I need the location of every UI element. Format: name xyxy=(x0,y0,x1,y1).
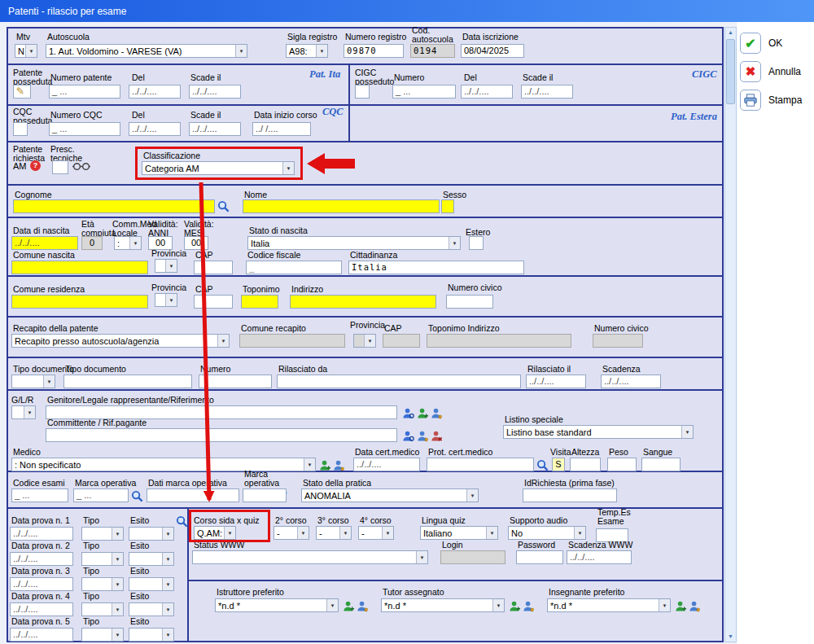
tipo-documento-select[interactable]: ▼ xyxy=(11,375,55,388)
codice-fiscale-field[interactable]: _ xyxy=(246,261,342,274)
data-nascita-field[interactable]: ../../.... xyxy=(11,236,78,250)
cqc-scade-field[interactable]: ../../.... xyxy=(189,122,241,136)
id-richiesta-field[interactable] xyxy=(523,488,617,502)
cittadinanza-field[interactable]: Italia xyxy=(348,261,524,274)
altezza-field[interactable] xyxy=(570,458,601,471)
search-icon[interactable] xyxy=(217,200,230,212)
cqc-del-field[interactable]: ../../.... xyxy=(129,122,181,136)
tipo-documento2-field[interactable] xyxy=(63,375,192,388)
search-icon[interactable] xyxy=(131,490,143,502)
scrollbar-down-icon[interactable]: ▼ xyxy=(725,632,736,642)
data-inizio-corso-field[interactable]: ../ /.... xyxy=(252,122,311,136)
edit-person-icon[interactable] xyxy=(333,459,345,471)
indirizzo-field[interactable] xyxy=(290,295,436,309)
listino-speciale-select[interactable]: Listino base standard▼ xyxy=(503,425,694,439)
esito-2-select[interactable]: ▼ xyxy=(129,552,174,566)
data-prova-1-field[interactable]: ../../.... xyxy=(10,527,73,541)
corso3-select[interactable]: -▼ xyxy=(316,526,352,540)
sigla-registro-select[interactable]: A98:▼ xyxy=(286,44,328,58)
stampa-button[interactable]: Stampa xyxy=(740,90,802,111)
edit-person-icon[interactable] xyxy=(523,600,535,612)
search-icon[interactable] xyxy=(176,515,188,528)
search-icon[interactable] xyxy=(536,459,549,471)
add-person-icon[interactable] xyxy=(319,459,331,471)
stato-nascita-select[interactable]: Italia▼ xyxy=(247,236,461,250)
dati-marca-operativa-field[interactable] xyxy=(147,488,239,502)
edit-person-icon[interactable] xyxy=(417,430,429,442)
data-cert-medico-field[interactable]: ../../.... xyxy=(353,458,420,471)
patente-posseduta-field[interactable]: ✎ xyxy=(13,85,31,99)
presc-tecniche-field[interactable] xyxy=(52,160,68,174)
tipo-1-select[interactable]: ▼ xyxy=(81,527,124,541)
tipo-3-select[interactable]: ▼ xyxy=(81,577,124,591)
vertical-scrollbar[interactable]: ▲ ▼ xyxy=(724,27,737,642)
lingua-quiz-select[interactable]: Italiano▼ xyxy=(420,526,498,540)
comune-nascita-field[interactable] xyxy=(11,261,148,274)
autoscuola-select[interactable]: 1. Aut. Voldomino - VARESE (VA)▼ xyxy=(46,44,247,58)
data-prova-5-field[interactable]: ../../.... xyxy=(10,628,73,642)
prot-cert-medico-field[interactable] xyxy=(427,458,534,471)
committente-field[interactable] xyxy=(46,428,397,442)
cqc-numero-field[interactable]: _ ... xyxy=(49,122,120,136)
scrollbar-up-icon[interactable]: ▲ xyxy=(725,28,736,37)
esito-1-select[interactable]: ▼ xyxy=(129,527,174,541)
stato-pratica-select[interactable]: ANOMALIA▼ xyxy=(301,488,479,502)
esito-5-select[interactable]: ▼ xyxy=(129,628,174,642)
estero-field[interactable] xyxy=(469,236,484,250)
edit-person-icon[interactable] xyxy=(689,600,701,612)
sangue-field[interactable] xyxy=(641,458,681,471)
cigc-del-field[interactable]: ../../.... xyxy=(461,85,513,99)
esito-4-select[interactable]: ▼ xyxy=(129,602,174,616)
toponimo-field[interactable] xyxy=(241,295,278,309)
patente-del-field[interactable]: ../../.... xyxy=(129,85,181,99)
cap-nascita-field[interactable] xyxy=(194,261,233,274)
data-prova-3-field[interactable]: ../../.... xyxy=(10,577,73,591)
ok-button[interactable]: ✔ OK xyxy=(740,33,782,54)
data-prova-4-field[interactable]: ../../.... xyxy=(10,602,73,616)
password-field[interactable] xyxy=(516,550,563,564)
recapito-patente-select[interactable]: Recapito presso autoscuola/agenzia▼ xyxy=(11,334,230,348)
help-question-icon[interactable]: ? xyxy=(30,160,41,171)
rilasciato-da-field[interactable] xyxy=(277,375,521,388)
numero-patente-field[interactable]: _ ... xyxy=(49,85,120,99)
provincia-residenza-select[interactable]: ▼ xyxy=(155,293,177,307)
patente-scade-field[interactable]: ../../.... xyxy=(189,85,241,99)
comune-residenza-field[interactable] xyxy=(11,295,148,309)
edit-person-icon[interactable] xyxy=(431,407,443,419)
add-person-icon[interactable] xyxy=(675,600,687,612)
sesso-field[interactable] xyxy=(441,199,454,213)
glr-select[interactable]: ▼ xyxy=(11,405,36,419)
documento-numero-field[interactable] xyxy=(199,375,272,388)
validita-mesi-field[interactable]: 00 xyxy=(184,236,208,250)
corso4-select[interactable]: -▼ xyxy=(358,526,394,540)
corso2-select[interactable]: -▼ xyxy=(274,526,309,540)
cap-residenza-field[interactable] xyxy=(194,295,233,309)
numero-civico-field[interactable] xyxy=(446,295,493,309)
supporto-audio-select[interactable]: No▼ xyxy=(508,526,586,540)
nome-field[interactable] xyxy=(243,199,440,213)
scadenza-www-field[interactable]: ../../.... xyxy=(567,550,632,564)
add-person-icon[interactable] xyxy=(509,600,521,612)
istruttore-select[interactable]: *n.d *▼ xyxy=(215,598,339,612)
tipo-4-select[interactable]: ▼ xyxy=(81,602,124,616)
delete-person-icon[interactable] xyxy=(431,430,443,442)
insegnante-select[interactable]: *n.d *▼ xyxy=(547,598,671,612)
tutor-select[interactable]: *n.d *▼ xyxy=(381,598,505,612)
marca-operativa-field[interactable]: _ ... xyxy=(73,488,129,502)
marca-precedente-field[interactable] xyxy=(243,488,287,502)
esito-3-select[interactable]: ▼ xyxy=(129,577,174,591)
cigc-scade-field[interactable]: ../../.... xyxy=(521,85,573,99)
cigc-posseduto-field[interactable] xyxy=(355,85,370,99)
numero-registro-field[interactable]: 09870 xyxy=(344,44,404,58)
visita-field[interactable]: S xyxy=(552,458,565,471)
search-person-icon[interactable] xyxy=(402,407,414,419)
cognome-field[interactable] xyxy=(13,199,215,213)
mtv-select[interactable]: N▼ xyxy=(15,44,37,58)
peso-field[interactable] xyxy=(607,458,637,471)
cqc-posseduta-field[interactable] xyxy=(13,122,28,136)
tipo-2-select[interactable]: ▼ xyxy=(81,552,124,566)
codice-esami-field[interactable]: _ ... xyxy=(11,488,68,502)
cigc-numero-field[interactable]: _ ... xyxy=(392,85,456,99)
annulla-button[interactable]: ✖ Annulla xyxy=(740,61,801,82)
edit-person-icon[interactable] xyxy=(357,600,369,612)
